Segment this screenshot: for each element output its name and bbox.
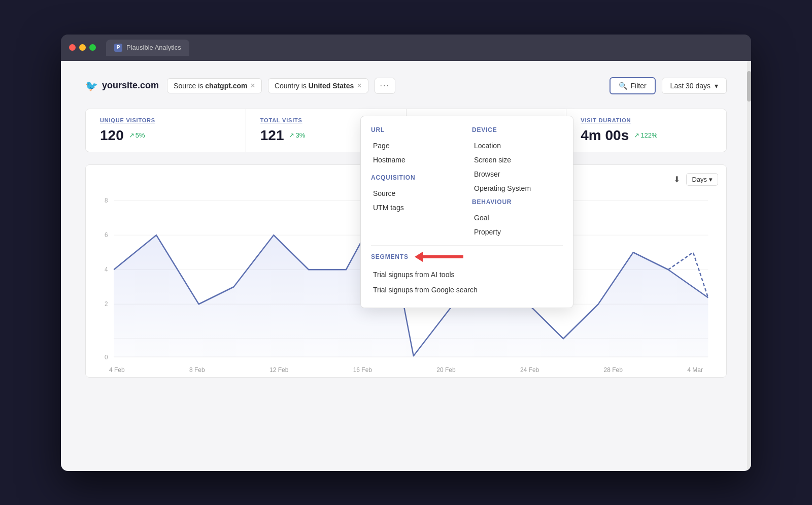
segments-row: SEGMENTS	[371, 252, 563, 262]
stat-total-visits-value: 121	[260, 127, 284, 144]
dropdown-divider	[371, 245, 563, 246]
dropdown-item-screen-size[interactable]: Screen size	[472, 153, 563, 167]
stat-unique-visitors: UNIQUE VISITORS 120 ↗ 5%	[86, 109, 246, 152]
browser-window: P Plausible Analytics 🐦 yoursite.com Sou…	[61, 35, 751, 471]
dropdown-item-browser[interactable]: Browser	[472, 167, 563, 181]
svg-text:4: 4	[105, 266, 108, 274]
download-button[interactable]: ⬇	[673, 175, 680, 184]
dropdown-item-hostname[interactable]: Hostname	[371, 153, 462, 167]
dropdown-columns: URL Page Hostname ACQUISITION Source UTM…	[371, 126, 563, 239]
dropdown-item-goal[interactable]: Goal	[472, 211, 563, 225]
top-bar: 🐦 yoursite.com Source is chatgpt.com × C…	[85, 77, 727, 94]
x-label-24feb: 24 Feb	[520, 366, 539, 374]
arrow-up-icon-4: ↗	[634, 131, 639, 139]
stat-visit-duration-value-row: 4m 00s ↗ 122%	[581, 127, 712, 144]
dropdown-item-source[interactable]: Source	[371, 186, 462, 200]
site-icon: 🐦	[85, 80, 98, 92]
filter-button[interactable]: 🔍 Filter	[610, 77, 655, 94]
stat-visit-duration-value: 4m 00s	[581, 127, 629, 144]
stat-unique-visitors-change: ↗ 5%	[129, 131, 145, 139]
acquisition-section-title: ACQUISITION	[371, 174, 462, 181]
chevron-down-icon-chart: ▾	[709, 176, 713, 183]
stat-unique-visitors-value: 120	[100, 127, 124, 144]
days-label: Days	[692, 176, 707, 183]
url-section-title: URL	[371, 126, 462, 133]
source-filter-label: Source is chatgpt.com	[174, 82, 247, 90]
date-range-button[interactable]: Last 30 days ▾	[662, 78, 727, 94]
country-filter-remove[interactable]: ×	[357, 82, 361, 90]
x-axis-labels: 4 Feb 8 Feb 12 Feb 16 Feb 20 Feb 24 Feb …	[94, 364, 718, 374]
stat-unique-visitors-value-row: 120 ↗ 5%	[100, 127, 231, 144]
arrow-body	[423, 255, 463, 258]
filter-btn-label: Filter	[630, 82, 646, 90]
svg-text:8: 8	[105, 197, 108, 205]
country-filter-label: Country is United States	[275, 82, 354, 90]
x-label-20feb: 20 Feb	[436, 366, 455, 374]
country-filter-chip: Country is United States ×	[268, 78, 368, 93]
traffic-lights	[69, 44, 96, 51]
svg-text:2: 2	[105, 300, 108, 308]
site-name-label: yoursite.com	[102, 80, 159, 91]
days-selector-button[interactable]: Days ▾	[686, 173, 718, 186]
segments-section-title: SEGMENTS	[371, 253, 409, 260]
arrow-up-icon-2: ↗	[289, 131, 294, 139]
x-label-4feb: 4 Feb	[109, 366, 125, 374]
arrow-up-icon: ↗	[129, 131, 134, 139]
stat-unique-visitors-label: UNIQUE VISITORS	[100, 117, 231, 123]
dropdown-item-location[interactable]: Location	[472, 139, 563, 153]
dropdown-item-segment-2[interactable]: Trial signups from Google search	[371, 282, 563, 297]
behaviour-section-title: BEHAVIOUR	[472, 198, 563, 206]
filter-dropdown: URL Page Hostname ACQUISITION Source UTM…	[360, 116, 573, 308]
search-icon: 🔍	[619, 82, 627, 90]
stat-visit-duration-label: VISIT DURATION	[581, 117, 712, 123]
dropdown-item-segment-1[interactable]: Trial signups from AI tools	[371, 267, 563, 282]
dropdown-item-property[interactable]: Property	[472, 225, 563, 239]
close-button[interactable]	[69, 44, 76, 51]
x-label-28feb: 28 Feb	[604, 366, 623, 374]
arrow-head-icon	[415, 252, 423, 262]
dropdown-item-utm-tags[interactable]: UTM tags	[371, 200, 462, 215]
site-name: 🐦 yoursite.com	[85, 80, 159, 92]
browser-titlebar: P Plausible Analytics	[61, 35, 751, 61]
x-label-8feb: 8 Feb	[189, 366, 205, 374]
source-filter-remove[interactable]: ×	[251, 82, 255, 90]
browser-tab[interactable]: P Plausible Analytics	[106, 40, 189, 56]
scrollbar-thumb[interactable]	[747, 71, 751, 102]
svg-text:6: 6	[105, 231, 108, 239]
dropdown-item-page[interactable]: Page	[371, 139, 462, 153]
x-label-12feb: 12 Feb	[269, 366, 288, 374]
chevron-down-icon: ▾	[715, 82, 718, 90]
device-section-title: DEVICE	[472, 126, 563, 133]
maximize-button[interactable]	[89, 44, 96, 51]
stat-visit-duration-change: ↗ 122%	[634, 131, 657, 139]
stat-total-visits-change: ↗ 3%	[289, 131, 305, 139]
dropdown-col-right: DEVICE Location Screen size Browser Oper…	[472, 126, 563, 239]
svg-text:0: 0	[105, 353, 108, 361]
x-label-4mar: 4 Mar	[687, 366, 703, 374]
scrollbar[interactable]	[747, 61, 751, 471]
stat-visit-duration: VISIT DURATION 4m 00s ↗ 122%	[566, 109, 726, 152]
browser-content: 🐦 yoursite.com Source is chatgpt.com × C…	[61, 61, 751, 471]
minimize-button[interactable]	[79, 44, 86, 51]
source-filter-chip: Source is chatgpt.com ×	[167, 78, 262, 93]
dropdown-item-operating-system[interactable]: Operating System	[472, 181, 563, 195]
dropdown-col-left: URL Page Hostname ACQUISITION Source UTM…	[371, 126, 462, 239]
tab-favicon: P	[114, 44, 122, 52]
more-filters-button[interactable]: ···	[375, 78, 395, 94]
date-range-label: Last 30 days	[670, 82, 710, 90]
tab-label: Plausible Analytics	[126, 44, 181, 51]
x-label-16feb: 16 Feb	[353, 366, 372, 374]
arrow-indicator	[415, 252, 463, 262]
